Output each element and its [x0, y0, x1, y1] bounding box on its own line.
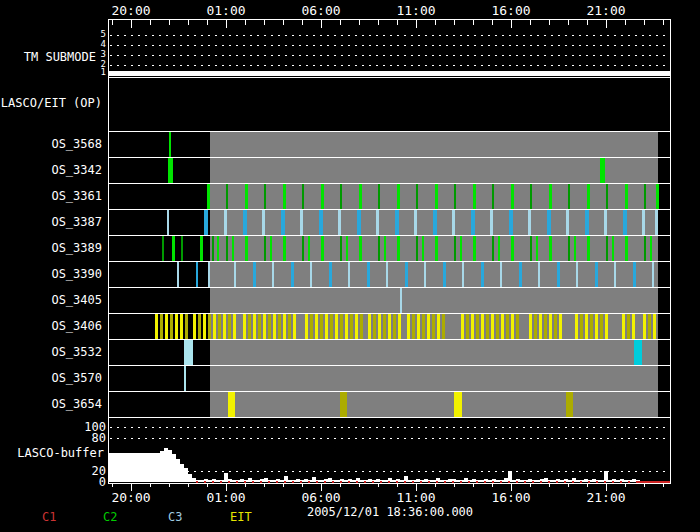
- event-mark: [625, 236, 628, 261]
- row-label-OS_3361: OS_3361: [0, 190, 102, 202]
- event-mark: [454, 392, 462, 417]
- plot-area: 20:0020:0001:0001:0006:0006:0011:0011:00…: [0, 0, 700, 532]
- observation-window: [210, 392, 658, 417]
- event-stripe: [263, 314, 266, 339]
- tm-tick-label: 5: [86, 30, 106, 39]
- event-mark: [243, 210, 247, 235]
- observation-window: [210, 132, 658, 157]
- event-stripe: [595, 314, 598, 339]
- event-stripe: [368, 314, 371, 339]
- observation-window: [210, 158, 658, 183]
- event-mark: [395, 210, 399, 235]
- event-mark: [612, 236, 614, 261]
- time-tick-top: [321, 20, 322, 28]
- event-mark: [302, 184, 304, 209]
- op-panel-label: LASCO/EIT (OP): [0, 97, 102, 109]
- event-mark: [435, 184, 438, 209]
- event-stripe: [155, 314, 158, 339]
- event-stripe: [632, 314, 635, 339]
- event-stripe: [293, 314, 296, 339]
- event-mark: [530, 236, 532, 261]
- time-tick-bottom: [207, 484, 208, 487]
- event-mark: [310, 262, 312, 287]
- event-stripe: [529, 314, 532, 339]
- event-stripe: [233, 314, 236, 339]
- event-mark: [405, 262, 408, 287]
- event-mark: [644, 184, 646, 209]
- time-tick-top: [511, 20, 512, 28]
- legend-c3: C3: [168, 510, 182, 524]
- event-stripe: [486, 314, 489, 339]
- event-stripe: [253, 314, 256, 339]
- time-tick-bottom: [359, 484, 360, 487]
- event-mark: [281, 210, 285, 235]
- event-mark: [196, 262, 198, 287]
- panel-separator: [108, 77, 671, 78]
- event-stripe: [407, 314, 410, 339]
- event-stripe: [437, 314, 440, 339]
- event-mark: [270, 236, 272, 261]
- time-tick-top: [473, 20, 474, 25]
- event-stripe: [534, 314, 537, 339]
- event-mark: [530, 184, 532, 209]
- event-stripe: [466, 314, 469, 339]
- event-stripe: [355, 314, 358, 339]
- event-mark: [217, 236, 219, 261]
- event-mark: [378, 184, 380, 209]
- event-mark: [348, 262, 350, 287]
- time-tick-bottom: [549, 484, 550, 487]
- event-mark: [509, 210, 513, 235]
- legend-c2: C2: [103, 510, 117, 524]
- event-mark: [625, 184, 628, 209]
- event-stripe: [160, 314, 163, 339]
- observation-window: [210, 288, 658, 313]
- time-tick-bottom: [188, 484, 189, 487]
- event-stripe: [310, 314, 313, 339]
- time-tick-top: [663, 20, 664, 25]
- time-tick-bottom: [378, 484, 379, 487]
- buffer-red-dotted: [196, 481, 638, 483]
- row-separator: [108, 417, 671, 418]
- event-mark: [162, 236, 164, 261]
- time-label-top: 06:00: [296, 4, 346, 17]
- event-mark: [471, 210, 475, 235]
- event-stripe: [345, 314, 348, 339]
- event-mark: [490, 210, 493, 235]
- time-label-bottom: 21:00: [581, 491, 631, 504]
- event-mark: [253, 262, 256, 287]
- event-mark: [262, 210, 265, 235]
- time-tick-bottom: [435, 484, 436, 487]
- time-tick-top: [283, 20, 284, 25]
- timeline-screen: 20:0020:0001:0001:0006:0006:0011:0011:00…: [0, 0, 700, 532]
- event-stripe: [218, 314, 221, 339]
- event-mark: [595, 262, 598, 287]
- event-stripe: [422, 314, 425, 339]
- event-mark: [272, 262, 274, 287]
- event-mark: [208, 262, 210, 287]
- time-tick-top: [378, 20, 379, 25]
- event-stripe: [585, 314, 588, 339]
- event-mark: [600, 158, 605, 183]
- event-mark: [359, 236, 362, 261]
- time-tick-bottom: [340, 484, 341, 487]
- event-mark: [386, 262, 388, 287]
- tm-gridline: [110, 35, 669, 36]
- event-mark: [454, 236, 456, 261]
- event-stripe: [305, 314, 308, 339]
- legend-eit: EIT: [230, 510, 252, 524]
- event-stripe: [554, 314, 557, 339]
- event-stripe: [198, 314, 201, 339]
- event-mark: [528, 210, 531, 235]
- event-mark: [177, 262, 179, 287]
- event-mark: [549, 184, 552, 209]
- tm-gridline: [110, 65, 669, 66]
- event-mark: [538, 262, 540, 287]
- buffer-label: LASCO-buffer: [0, 447, 104, 459]
- observation-window: [210, 262, 658, 287]
- event-mark: [500, 262, 502, 287]
- event-stripe: [315, 314, 318, 339]
- event-stripe: [340, 314, 343, 339]
- event-stripe: [208, 314, 211, 339]
- event-stripe: [288, 314, 291, 339]
- time-tick-top: [112, 20, 113, 25]
